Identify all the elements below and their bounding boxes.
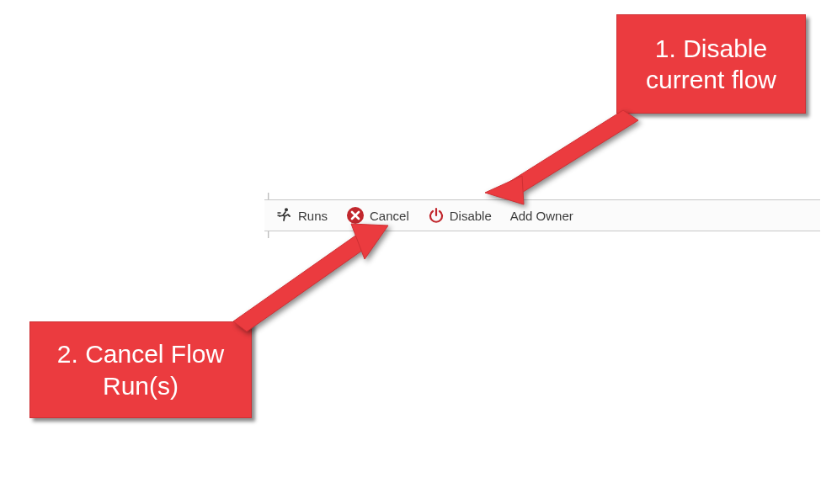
arrow-to-cancel	[232, 219, 400, 337]
callout-disable-flow-text: 1. Disable current flow	[631, 33, 792, 96]
callout-cancel-runs-text: 2. Cancel Flow Run(s)	[44, 338, 237, 401]
arrow-to-disable	[480, 105, 657, 206]
callout-disable-flow: 1. Disable current flow	[616, 14, 806, 114]
svg-marker-4	[233, 234, 371, 332]
svg-point-0	[285, 208, 288, 211]
add-owner-label: Add Owner	[510, 210, 573, 222]
power-icon	[428, 207, 445, 224]
callout-cancel-runs: 2. Cancel Flow Run(s)	[29, 321, 252, 418]
disable-label: Disable	[450, 210, 492, 222]
add-owner-button[interactable]: Add Owner	[510, 210, 573, 222]
svg-marker-3	[485, 176, 524, 204]
disable-button[interactable]: Disable	[428, 207, 492, 224]
